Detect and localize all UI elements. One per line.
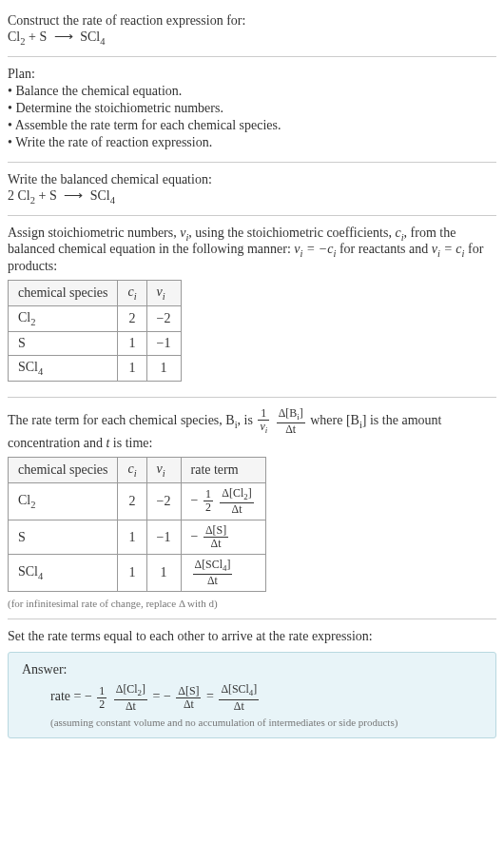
- divider: [8, 215, 496, 216]
- reactant-cl2: Cl2: [8, 29, 25, 44]
- rateterm-table: chemical species ci νi rate term Cl2 2 −…: [8, 457, 266, 593]
- frac-rate: Δ[Cl2]Δt: [220, 487, 253, 516]
- sub: 2: [30, 500, 35, 510]
- den: 2: [204, 501, 213, 514]
- neg: −: [191, 529, 199, 543]
- col-nui: νi: [146, 457, 181, 482]
- eq: = −c: [302, 242, 333, 256]
- final-section: Set the rate terms equal to each other t…: [8, 623, 496, 747]
- cell-rate: − 12 Δ[Cl2]Δt: [181, 482, 265, 520]
- rate-expression: rate = − 12 Δ[Cl2]Δt = − Δ[S]Δt = Δ[SCl4…: [50, 683, 482, 712]
- dn: Δ[SCl: [195, 558, 223, 571]
- cell-rate: − Δ[S]Δt: [181, 520, 265, 554]
- num: Δ[Bi]: [277, 407, 305, 423]
- balanced-section: Write the balanced chemical equation: 2 …: [8, 167, 496, 211]
- sp: SCl: [18, 360, 38, 374]
- col-species: chemical species: [9, 281, 118, 306]
- eq: =: [206, 690, 217, 704]
- cell-c: 2: [118, 305, 146, 331]
- db: Δ[B: [279, 406, 298, 420]
- text: where [B: [310, 413, 359, 427]
- divider: [8, 619, 496, 619]
- den: Δt: [277, 423, 305, 436]
- plus-s: + S: [35, 188, 60, 203]
- den: Δt: [176, 698, 201, 711]
- rateterm-section: The rate term for each chemical species,…: [8, 402, 496, 616]
- rel-product: νi = ci: [432, 242, 465, 256]
- num: 1: [97, 685, 107, 698]
- sub: i: [134, 291, 137, 302]
- cell-nu: −2: [146, 305, 181, 331]
- table-row: Cl2 2 −2: [9, 305, 182, 331]
- col-species: chemical species: [9, 457, 118, 482]
- num: 1: [204, 488, 213, 501]
- sp: SCl: [18, 564, 38, 579]
- sub: 2: [30, 317, 35, 327]
- cl-text: Cl: [8, 29, 20, 44]
- scl-text: SCl: [77, 29, 101, 44]
- cell-nu: −1: [146, 520, 181, 554]
- cell-species: Cl2: [9, 482, 118, 520]
- text: , is: [238, 413, 257, 427]
- cell-species: S: [9, 331, 118, 355]
- product-scl4: SCl4: [87, 188, 115, 203]
- num: Δ[SCl4]: [219, 683, 259, 699]
- plus-s: + S: [25, 29, 49, 44]
- coef-cl2: 2 Cl2: [8, 188, 35, 203]
- num: Δ[S]: [204, 524, 228, 538]
- num: Δ[S]: [176, 685, 201, 698]
- dn: Δ[SCl: [221, 682, 248, 696]
- dn: Δ[Cl: [222, 486, 243, 500]
- frac-rate: Δ[SCl4]Δt: [193, 559, 233, 587]
- cell-nu: −1: [146, 331, 181, 355]
- rate-eq: rate = −: [50, 690, 92, 704]
- final-title: Set the rate terms equal to each other t…: [8, 629, 496, 644]
- dn: Δ[Cl: [116, 682, 138, 696]
- num: 1: [258, 407, 269, 421]
- col-ci: ci: [118, 457, 146, 482]
- table-row: Cl2 2 −2 − 12 Δ[Cl2]Δt: [9, 482, 266, 520]
- divider: [8, 56, 496, 57]
- table-header-row: chemical species ci νi rate term: [9, 457, 266, 482]
- den: Δt: [204, 538, 228, 550]
- rel-reactant: νi = −ci: [294, 242, 336, 256]
- table-row: S 1 −1: [9, 331, 182, 355]
- frac-s: Δ[S]Δt: [176, 685, 201, 711]
- sub: i: [265, 425, 267, 435]
- cell-species: S: [9, 520, 118, 554]
- divider: [8, 397, 496, 398]
- plan-item: • Determine the stoichiometric numbers.: [8, 101, 496, 116]
- unbalanced-equation: Cl2 + S ⟶ SCl4: [8, 29, 496, 47]
- stoich-section: Assign stoichiometric numbers, νi, using…: [8, 220, 496, 393]
- rateterm-intro: The rate term for each chemical species,…: [8, 407, 496, 451]
- cell-species: SCl4: [9, 555, 118, 592]
- scl-sub: 4: [100, 36, 105, 47]
- sub: i: [134, 468, 137, 479]
- cell-nu: −2: [146, 482, 181, 520]
- cb: ]: [253, 682, 257, 696]
- stoich-intro: Assign stoichiometric numbers, νi, using…: [8, 226, 496, 275]
- den: Δt: [114, 700, 147, 713]
- cell-c: 1: [118, 520, 146, 554]
- scl: SCl: [87, 188, 110, 203]
- assumption-note: (assuming constant volume and no accumul…: [50, 717, 482, 728]
- infinitesimal-note: (for infinitesimal rate of change, repla…: [8, 598, 496, 609]
- den: νi: [258, 421, 269, 436]
- product-scl4: SCl4: [77, 29, 106, 44]
- two-cl: 2 Cl: [8, 188, 30, 203]
- eq: = −: [153, 690, 171, 704]
- frac-scl4: Δ[SCl4]Δt: [219, 683, 259, 712]
- den: Δt: [193, 575, 233, 587]
- cell-species: Cl2: [9, 305, 118, 331]
- cb: ]: [300, 406, 303, 420]
- table-row: SCl4 1 1: [9, 355, 182, 381]
- den: Δt: [219, 700, 259, 713]
- plan-item: • Balance the chemical equation.: [8, 84, 496, 99]
- table-header-row: chemical species ci νi: [9, 281, 182, 306]
- scl-sub: 4: [110, 195, 115, 206]
- arrow-icon: ⟶: [64, 187, 83, 204]
- frac-cl2: Δ[Cl2]Δt: [114, 683, 147, 712]
- arrow-icon: ⟶: [54, 29, 73, 45]
- eq: = c: [440, 242, 462, 256]
- balanced-title: Write the balanced chemical equation:: [8, 172, 496, 187]
